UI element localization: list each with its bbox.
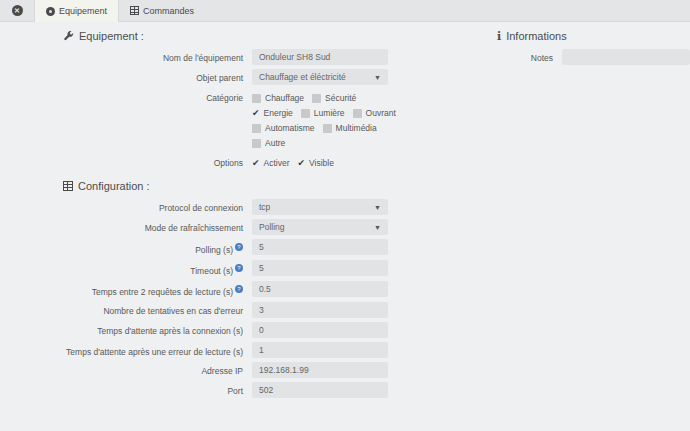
checkbox-securite[interactable]: Sécurité [312,92,356,105]
help-icon[interactable]: ? [235,243,243,251]
protocol-value: tcp [259,202,270,212]
temps-entre-requetes-input[interactable] [252,281,388,297]
nom-equipement-input[interactable] [252,49,388,65]
checkbox-energie[interactable]: ✔ Energie [252,107,293,120]
chevron-down-icon: ▼ [374,204,381,211]
notes-label: Notes [430,49,562,64]
adresse-ip-row: Adresse IP [0,362,400,378]
nom-equipement-row: Nom de l'équipement [0,49,400,65]
equipment-column: Equipement : Nom de l'équipement Objet p… [0,22,400,402]
polling-label: Polling (s) [195,245,233,255]
chevron-down-icon: ▼ [374,224,381,231]
mode-rafraichissement-value: Polling [259,222,285,232]
attente-connexion-input[interactable] [252,322,388,338]
temps-entre-requetes-row: Temps entre 2 requêtes de lecture (s)? [0,281,400,298]
adresse-ip-input[interactable] [252,362,388,378]
configuration-section-title: Configuration : [78,180,150,192]
protocol-select[interactable]: tcp ▼ [252,199,388,215]
nombre-tentatives-label: Nombre de tentatives en cas d'erreur [103,306,243,316]
attente-connexion-row: Temps d'attente après la connexion (s) [0,322,400,338]
checkbox-unchecked-icon [301,109,310,118]
objet-parent-select[interactable]: Chauffage et éléctricité ▼ [252,69,388,85]
polling-row: Polling (s)? [0,239,400,256]
main-content: Equipement : Nom de l'équipement Objet p… [0,22,690,431]
nom-equipement-label: Nom de l'équipement [0,49,252,64]
checkbox-ouvrant[interactable]: Ouvrant [353,107,396,120]
tab-equipement[interactable]: Equipement [34,0,119,22]
notes-input[interactable] [562,49,690,65]
checkbox-lumiere-label: Lumière [314,107,345,120]
port-input[interactable] [252,382,388,398]
checkbox-energie-label: Energie [264,107,293,120]
informations-column: i Informations Notes [430,22,690,69]
nombre-tentatives-row: Nombre de tentatives en cas d'erreur [0,302,400,318]
checkbox-checked-icon: ✔ [252,159,260,168]
settings-gear-button[interactable]: ✕ [0,0,34,21]
informations-section-heading: i Informations [497,30,690,42]
protocol-label: Protocol de connexion [159,203,243,213]
mode-rafraichissement-label: Mode de rafraîchissement [145,223,243,233]
checkbox-chauffage[interactable]: Chauffage [252,92,304,105]
mode-rafraichissement-select[interactable]: Polling ▼ [252,219,388,235]
notes-row: Notes [430,49,690,65]
checkbox-multimedia[interactable]: Multimédia [323,122,377,135]
tab-equipement-label: Equipement [59,6,107,16]
checkbox-visible-label: Visible [309,157,334,170]
mode-rafraichissement-row: Mode de rafraîchissement Polling ▼ [0,219,400,235]
help-icon[interactable]: ? [235,264,243,272]
tab-commandes-label: Commandes [143,6,194,16]
checkbox-chauffage-label: Chauffage [265,92,304,105]
checkbox-securite-label: Sécurité [325,92,356,105]
checkbox-multimedia-label: Multimédia [336,122,377,135]
tab-bar: ✕ Equipement Commandes [0,0,690,22]
checkbox-unchecked-icon [353,109,362,118]
checkbox-autre[interactable]: Autre [252,137,285,150]
checkbox-unchecked-icon [252,94,261,103]
info-icon: i [497,31,501,42]
port-row: Port [0,382,400,398]
gear-icon: ✕ [12,5,23,16]
checkbox-visible[interactable]: ✔ Visible [298,157,334,170]
attente-erreur-lecture-row: Temps d'attente après une erreur de lect… [0,342,400,358]
temps-entre-requetes-label: Temps entre 2 requêtes de lecture (s) [92,287,233,297]
polling-input[interactable] [252,239,388,255]
port-label: Port [227,386,243,396]
objet-parent-label: Objet parent [0,69,252,84]
checkbox-automatisme-label: Automatisme [265,122,315,135]
nombre-tentatives-input[interactable] [252,302,388,318]
wrench-icon [63,31,74,42]
protocol-row: Protocol de connexion tcp ▼ [0,199,400,215]
checkbox-activer[interactable]: ✔ Activer [252,157,290,170]
adresse-ip-label: Adresse IP [201,366,243,376]
checkbox-unchecked-icon [252,124,261,133]
equipement-section-title: Equipement : [79,30,144,42]
objet-parent-value: Chauffage et éléctricité [259,72,346,82]
commands-grid-icon [130,6,139,15]
attente-erreur-lecture-input[interactable] [252,342,388,358]
attente-connexion-label: Temps d'attente après la connexion (s) [97,326,243,336]
checkbox-autre-label: Autre [265,137,285,150]
categorie-row: Catégorie Chauffage Sécurité ✔ Energie [0,89,400,150]
configuration-grid-icon [63,181,73,191]
informations-section-title: Informations [506,30,567,42]
checkbox-unchecked-icon [323,124,332,133]
help-icon[interactable]: ? [235,285,243,293]
equipment-cog-icon [46,7,55,16]
timeout-label: Timeout (s) [190,266,233,276]
chevron-down-icon: ▼ [374,74,381,81]
options-label: Options [0,154,252,169]
options-row: Options ✔ Activer ✔ Visible [0,154,400,170]
checkbox-lumiere[interactable]: Lumière [301,107,345,120]
checkbox-unchecked-icon [312,94,321,103]
attente-erreur-lecture-label: Temps d'attente après une erreur de lect… [66,347,243,357]
tab-commandes[interactable]: Commandes [119,0,205,21]
categorie-label: Catégorie [0,89,252,104]
checkbox-checked-icon: ✔ [252,109,260,118]
checkbox-automatisme[interactable]: Automatisme [252,122,315,135]
configuration-section-heading: Configuration : [63,180,400,192]
equipement-section-heading: Equipement : [63,30,400,42]
checkbox-checked-icon: ✔ [298,159,306,168]
timeout-row: Timeout (s)? [0,260,400,277]
timeout-input[interactable] [252,260,388,276]
checkbox-unchecked-icon [252,139,261,148]
